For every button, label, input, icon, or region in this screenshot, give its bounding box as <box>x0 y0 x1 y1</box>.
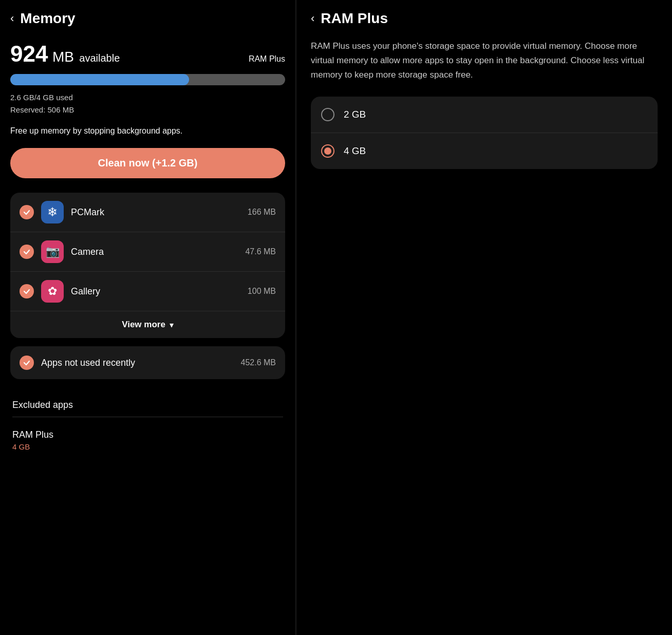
memory-unit: MB <box>52 49 74 65</box>
memory-panel: ‹ Memory 924 MB available RAM Plus 2.6 G… <box>0 0 295 635</box>
app-size-gallery: 100 MB <box>248 287 276 296</box>
view-more-row[interactable]: View more ▾ <box>10 311 285 338</box>
radio-inner-4gb <box>324 147 331 155</box>
ram-plus-title: RAM Plus <box>321 10 388 27</box>
radio-option-2gb[interactable]: 2 GB <box>311 97 658 133</box>
radio-label-4gb: 4 GB <box>344 145 366 157</box>
app-icon-camera: 📷 <box>41 240 64 263</box>
ram-plus-description: RAM Plus uses your phone's storage space… <box>311 39 658 82</box>
memory-progress-fill <box>10 74 189 85</box>
bottom-section: Excluded apps RAM Plus 4 GB <box>10 394 285 455</box>
check-icon-camera <box>20 245 34 259</box>
apps-not-used-card[interactable]: Apps not used recently 452.6 MB <box>10 346 285 379</box>
memory-available-info: 924 MB available <box>10 41 120 67</box>
chevron-down-icon: ▾ <box>170 320 174 330</box>
app-icon-pcmark: ❄ <box>41 201 64 223</box>
memory-details: 2.6 GB/4 GB used Reserved: 506 MB <box>10 91 285 116</box>
app-name-gallery: Gallery <box>71 286 240 297</box>
back-arrow-icon-right[interactable]: ‹ <box>311 12 314 25</box>
memory-available-label: available <box>79 52 120 64</box>
app-size-camera: 47.6 MB <box>245 247 276 256</box>
check-icon-apps-not-used <box>20 356 34 370</box>
ram-plus-row[interactable]: RAM Plus 4 GB <box>12 425 283 455</box>
free-up-text: Free up memory by stopping background ap… <box>10 126 285 136</box>
app-item-camera[interactable]: 📷 Camera 47.6 MB <box>10 232 285 272</box>
ram-plus-row-label: RAM Plus <box>12 429 283 440</box>
radio-option-4gb[interactable]: 4 GB <box>311 133 658 169</box>
app-list-card: ❄ PCMark 166 MB 📷 Camera 47.6 MB <box>10 193 285 338</box>
excluded-apps-label[interactable]: Excluded apps <box>12 394 283 417</box>
ram-plus-panel: ‹ RAM Plus RAM Plus uses your phone's st… <box>296 0 672 635</box>
memory-progress-bar <box>10 74 285 85</box>
ram-plus-row-value: 4 GB <box>12 442 283 451</box>
app-item-pcmark[interactable]: ❄ PCMark 166 MB <box>10 193 285 232</box>
app-size-pcmark: 166 MB <box>248 208 276 217</box>
app-name-camera: Camera <box>71 247 238 257</box>
check-icon-gallery <box>20 284 34 298</box>
radio-circle-2gb <box>321 108 334 121</box>
memory-amount: 924 <box>10 41 48 66</box>
view-more-label: View more <box>122 320 165 330</box>
radio-options-card: 2 GB 4 GB <box>311 97 658 169</box>
apps-not-used-size: 452.6 MB <box>241 358 276 367</box>
ram-plus-header: ‹ RAM Plus <box>311 10 658 27</box>
memory-available-row: 924 MB available RAM Plus <box>10 41 285 67</box>
apps-not-used-label: Apps not used recently <box>41 358 234 368</box>
back-arrow-icon[interactable]: ‹ <box>10 12 14 25</box>
ram-plus-link[interactable]: RAM Plus <box>249 54 285 64</box>
memory-header: ‹ Memory <box>10 10 285 27</box>
check-icon-pcmark <box>20 205 34 219</box>
app-icon-gallery: ✿ <box>41 280 64 303</box>
page-title: Memory <box>20 10 75 27</box>
radio-circle-4gb <box>321 144 334 158</box>
app-name-pcmark: PCMark <box>71 207 240 218</box>
app-item-gallery[interactable]: ✿ Gallery 100 MB <box>10 272 285 311</box>
radio-label-2gb: 2 GB <box>344 109 366 120</box>
clean-now-button[interactable]: Clean now (+1.2 GB) <box>10 148 285 178</box>
